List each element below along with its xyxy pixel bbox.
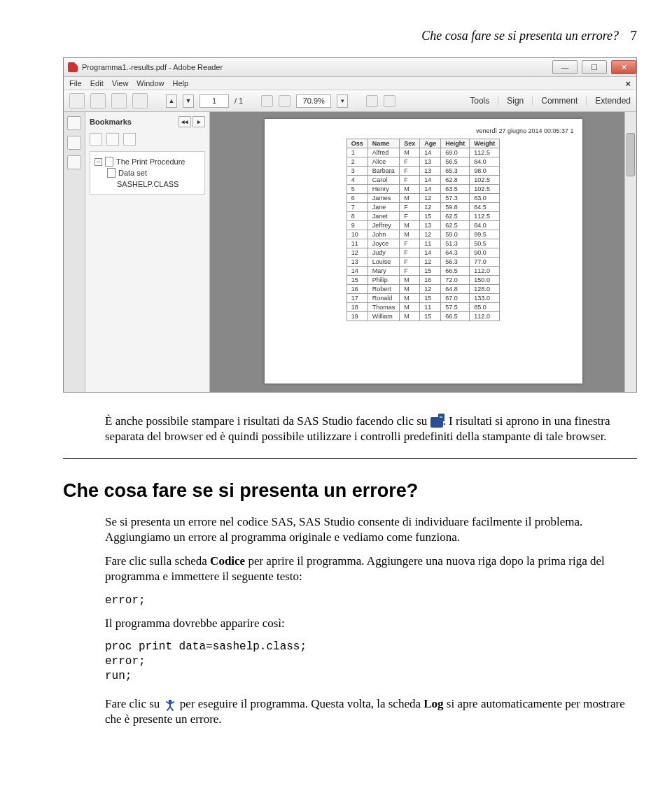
toolbar: ▲ ▼ 1 / 1 70.9% ▾ Tools Sign Comment Ext… xyxy=(64,90,636,112)
tree-collapse-icon[interactable]: − xyxy=(94,158,102,166)
menu-file[interactable]: File xyxy=(69,79,82,87)
col-header: Height xyxy=(441,139,470,148)
paragraph-run: Fare clic su per eseguire il programma. … xyxy=(105,696,637,727)
window-title: Programma1.-results.pdf - Adobe Reader xyxy=(82,63,223,71)
table-row: 12JudyF1464.390.0 xyxy=(346,248,499,258)
paragraph-intro: Se si presenta un errore nel codice SAS,… xyxy=(105,514,637,545)
thumbnails-icon[interactable] xyxy=(67,116,81,130)
col-header: Weight xyxy=(470,139,500,148)
document-page: venerdì 27 giugno 2014 00:05:37 1 OssNam… xyxy=(265,119,582,384)
page-icon xyxy=(105,157,113,167)
run-icon xyxy=(163,698,177,712)
open-icon[interactable] xyxy=(69,93,85,108)
bold-log: Log xyxy=(424,697,443,710)
table-row: 3BarbaraF1365.398.0 xyxy=(346,167,499,176)
vertical-scrollbar[interactable] xyxy=(624,112,636,392)
col-header: Age xyxy=(420,139,441,148)
table-row: 8JanetF1562.5112.5 xyxy=(346,212,499,221)
bookmarks-label: Bookmarks xyxy=(90,118,132,126)
table-row: 1AlfredM1469.0112.5 xyxy=(346,148,499,157)
bookmarks-icon[interactable] xyxy=(67,136,81,150)
code-block: proc print data=sashelp.class; error; ru… xyxy=(105,640,637,683)
col-header: Name xyxy=(368,139,400,148)
bm-next-button[interactable]: ▸ xyxy=(192,116,205,127)
bm-prev-button[interactable]: ◂◂ xyxy=(178,116,191,127)
attachments-icon[interactable] xyxy=(67,155,81,169)
col-header: Oss xyxy=(346,139,368,148)
maximize-button[interactable]: ☐ xyxy=(582,60,607,74)
table-row: 10JohnM1259.099.5 xyxy=(346,230,499,239)
mail-icon[interactable] xyxy=(132,93,148,108)
save-icon[interactable] xyxy=(90,93,106,108)
table-row: 9JeffreyM1362.584.0 xyxy=(346,221,499,230)
menubar: File Edit View Window Help × xyxy=(64,77,636,90)
zoom-out-icon[interactable] xyxy=(261,95,273,107)
table-row: 19WilliamM1566.5112.0 xyxy=(346,312,499,321)
sign-tab[interactable]: Sign xyxy=(498,96,524,106)
fit-icon[interactable] xyxy=(366,95,378,107)
bold-codice: Codice xyxy=(210,554,245,568)
menu-help[interactable]: Help xyxy=(172,79,188,87)
table-row: 11JoyceF1151.350.5 xyxy=(346,239,499,248)
minimize-button[interactable]: — xyxy=(552,60,578,74)
paragraph-instruction: Fare clic sulla scheda Codice per aprire… xyxy=(105,554,637,584)
table-row: 7JaneF1259.884.5 xyxy=(346,203,499,212)
print-results-icon xyxy=(430,417,443,428)
zoom-in-icon[interactable] xyxy=(279,95,290,107)
bookmarks-pane: Bookmarks ◂◂ ▸ − xyxy=(85,112,210,392)
tree-item-sashelp[interactable]: SASHELP.CLASS xyxy=(117,178,178,190)
tree-item-print-procedure[interactable]: The Print Procedure xyxy=(116,156,185,167)
comment-tab[interactable]: Comment xyxy=(532,96,578,106)
bm-opts-icon[interactable] xyxy=(106,133,119,146)
adobe-reader-window: Programma1.-results.pdf - Adobe Reader —… xyxy=(63,57,637,393)
doc-close-button[interactable]: × xyxy=(625,78,631,89)
left-rail xyxy=(64,112,85,392)
pdf-icon xyxy=(68,62,78,72)
titlebar: Programma1.-results.pdf - Adobe Reader —… xyxy=(64,58,636,77)
page-icon xyxy=(107,168,115,178)
table-row: 17RonaldM1567.0133.0 xyxy=(346,294,499,303)
page-field[interactable]: 1 xyxy=(200,94,229,108)
paragraph-print: È anche possibile stampare i risultati d… xyxy=(105,414,637,444)
table-row: 13LouiseF1256.377.0 xyxy=(346,258,499,267)
page-down-button[interactable]: ▼ xyxy=(183,94,194,108)
table-row: 5HenryM1463.5102.5 xyxy=(346,185,499,194)
scroll-icon[interactable] xyxy=(384,95,396,107)
menu-view[interactable]: View xyxy=(112,79,129,87)
bookmarks-tree: − The Print Procedure Data set SASHELP.C… xyxy=(90,151,205,195)
data-table: OssNameSexAgeHeightWeight1AlfredM1469.01… xyxy=(346,139,500,321)
bm-find-icon[interactable] xyxy=(123,133,136,146)
tools-tab[interactable]: Tools xyxy=(461,96,489,106)
page-number: 7 xyxy=(631,28,638,43)
table-row: 16RobertM1264.8128.0 xyxy=(346,285,499,294)
header-title: Che cosa fare se si presenta un errore? xyxy=(421,29,619,43)
running-header: Che cosa fare se si presenta un errore? … xyxy=(63,28,637,43)
paragraph-appear: Il programma dovrebbe apparire così: xyxy=(105,616,637,631)
table-row: 18ThomasM1157.585.0 xyxy=(346,303,499,312)
table-row: 2AliceF1356.584.0 xyxy=(346,157,499,167)
section-heading: Che cosa fare se si presenta un errore? xyxy=(63,480,637,502)
code-error: error; xyxy=(105,593,637,608)
bm-new-icon[interactable] xyxy=(90,133,102,146)
section-rule xyxy=(63,458,637,459)
table-row: 4CarolF1462.8102.5 xyxy=(346,176,499,185)
print-icon[interactable] xyxy=(111,93,127,108)
extended-tab[interactable]: Extended xyxy=(586,96,631,106)
document-area: venerdì 27 giugno 2014 00:05:37 1 OssNam… xyxy=(210,112,636,392)
table-row: 14MaryF1566.5112.0 xyxy=(346,267,499,276)
table-row: 6JamesM1257.383.0 xyxy=(346,194,499,203)
document-page-header: venerdì 27 giugno 2014 00:05:37 1 xyxy=(273,127,574,134)
page-total: / 1 xyxy=(234,97,243,105)
close-button[interactable]: ✕ xyxy=(611,60,636,74)
tree-item-dataset[interactable]: Data set xyxy=(118,167,147,178)
page-up-button[interactable]: ▲ xyxy=(166,94,177,108)
zoom-field[interactable]: 70.9% xyxy=(296,94,331,108)
menu-edit[interactable]: Edit xyxy=(90,79,104,87)
table-row: 15PhilipM1672.0150.0 xyxy=(346,276,499,285)
zoom-dropdown[interactable]: ▾ xyxy=(337,94,348,108)
menu-window[interactable]: Window xyxy=(136,79,164,87)
col-header: Sex xyxy=(400,139,420,148)
